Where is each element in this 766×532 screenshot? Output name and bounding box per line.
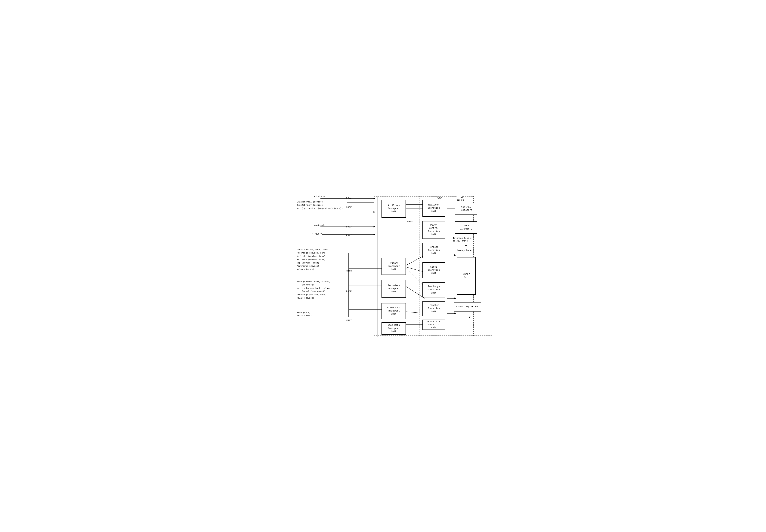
sio-label: SIOOUT → [312, 232, 322, 235]
to-all-blocks-label: To All Blocks [457, 196, 464, 202]
label-5304: 5304 [346, 234, 352, 236]
primary-transport-unit: Primary Transport Unit [381, 258, 406, 275]
readwrite-input-box: Read (device, bank, column, {precharge})… [295, 279, 346, 301]
aux-input-content: ExitToNormal (device) ExitToDrowsy (devi… [297, 201, 343, 210]
label-5307: 5307 [346, 319, 352, 322]
precharge-operation-unit: Precharge Operation Unit [422, 282, 445, 297]
label-5308: 5308 [407, 220, 413, 223]
data-input-content: Read (data) Write (data) [297, 312, 312, 317]
column-amplifiers-unit: Column Amplifiers [454, 302, 481, 312]
label-5303: 5303 [346, 226, 352, 228]
data-input-box: Read (data) Write (data) [295, 310, 346, 319]
memory-core-label: Memory Core [457, 249, 471, 252]
clocks-label: Clocks → [314, 195, 325, 198]
label-5309: 5309 [437, 197, 442, 200]
inner-core-unit: Inner Core [457, 257, 476, 295]
label-5302: 5302 [346, 206, 352, 209]
sense-input-box: Sense (device, bank, row) Precharge (dev… [295, 247, 346, 272]
refresh-operation-unit: Refresh Operation Unit [422, 243, 445, 258]
auxclock-label: AuxClock → [314, 224, 327, 226]
readwrite-input-content: Read (device, bank, column, {precharge})… [297, 281, 332, 299]
transfer-operation-unit: Transfer Operation Unit [422, 301, 445, 316]
label-5306: 5306 [346, 290, 352, 293]
write-data-operation-unit: Write Data Operation Unit [422, 320, 445, 330]
auxiliary-transport-unit: Auxiliary Transport Unit [381, 200, 406, 218]
clock-circuitry-unit: Clock Circuitry [455, 221, 477, 234]
register-operation-unit: Register Operation Unit [422, 200, 445, 217]
label-5301: 5301 [346, 197, 352, 199]
write-data-transport-unit: Write Data Transport Unit [381, 303, 406, 319]
diagram-container: ExitToNormal (device) ExitToDrowsy (devi… [293, 193, 473, 339]
sense-operation-unit: Sense Operation Unit [422, 262, 445, 278]
aux-input-box: ExitToNormal (device) ExitToDrowsy (devi… [295, 199, 346, 211]
read-data-transport-unit: Read Data Transport Unit [381, 322, 406, 335]
power-control-operation-unit: Power Control Operation Unit [422, 221, 445, 239]
label-5305: 5305 [346, 270, 352, 273]
internal-clocks-label: Internal Clocks To All Units [453, 237, 471, 243]
secondary-transport-unit: Secondary Transport Unit [381, 280, 406, 298]
control-registers-unit: Control Registers [455, 203, 477, 215]
sense-input-content: Sense (device, bank, row) Precharge (dev… [297, 249, 328, 271]
